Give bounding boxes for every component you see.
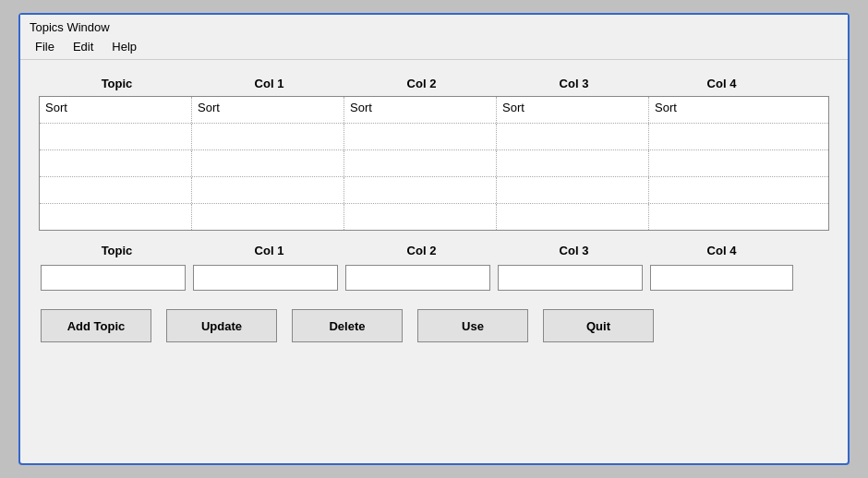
table-row[interactable] [40,150,828,177]
row2-topic [40,150,192,176]
row1-col4 [649,124,792,149]
row2-col3 [497,150,649,176]
menu-edit[interactable]: Edit [64,38,102,55]
content-area: Topic Col 1 Col 2 Col 3 Col 4 Sort Sort … [20,60,848,463]
table-row[interactable]: Sort Sort Sort Sort Sort [40,97,828,124]
row4-col2 [344,204,497,230]
table-row[interactable] [40,204,828,230]
row0-col2: Sort [344,97,497,123]
row4-col3 [497,204,649,230]
row3-col1 [192,177,344,203]
col1-input[interactable] [193,265,338,291]
delete-button[interactable]: Delete [292,309,403,342]
title-bar: Topics Window [20,15,848,36]
row3-col2 [344,177,497,203]
row3-col3 [497,177,649,203]
table-row[interactable] [40,124,828,150]
row3-col4 [649,177,792,203]
row2-col2 [344,150,497,176]
table-header-col2: Col 2 [345,75,498,92]
col3-input[interactable] [498,265,643,291]
buttons-section: Add Topic Update Delete Use Quit [39,302,829,346]
form-header-col3: Col 3 [498,242,650,259]
update-button[interactable]: Update [166,309,277,342]
row4-col1 [192,204,344,230]
row1-col2 [344,124,497,149]
quit-button[interactable]: Quit [543,309,654,342]
table-row[interactable] [40,177,828,204]
table-section: Topic Col 1 Col 2 Col 3 Col 4 Sort Sort … [39,75,829,231]
row0-topic: Sort [40,97,192,123]
form-header-col1: Col 1 [193,242,345,259]
add-topic-button[interactable]: Add Topic [41,309,151,342]
col4-input[interactable] [650,265,793,291]
form-col-headers: Topic Col 1 Col 2 Col 3 Col 4 [39,242,829,259]
row4-col4 [649,204,792,230]
form-header-col4: Col 4 [650,242,793,259]
form-header-topic: Topic [41,242,193,259]
menu-bar: File Edit Help [20,36,848,60]
use-button[interactable]: Use [417,309,528,342]
form-section: Topic Col 1 Col 2 Col 3 Col 4 [39,242,829,291]
data-table: Sort Sort Sort Sort Sort [39,96,829,231]
form-header-col2: Col 2 [345,242,498,259]
row0-col3: Sort [497,97,649,123]
row1-col1 [192,124,344,149]
topic-input[interactable] [41,265,186,291]
row1-col3 [497,124,649,149]
table-header-col1: Col 1 [193,75,345,92]
table-header-col3: Col 3 [498,75,650,92]
row2-col4 [649,150,792,176]
window-title: Topics Window [30,20,110,34]
main-window: Topics Window File Edit Help Topic Col 1… [18,13,850,465]
col2-input[interactable] [345,265,490,291]
row0-col1: Sort [192,97,344,123]
table-header-col4: Col 4 [650,75,793,92]
row1-topic [40,124,192,149]
menu-file[interactable]: File [26,38,64,55]
table-col-headers: Topic Col 1 Col 2 Col 3 Col 4 [39,75,829,92]
row4-topic [40,204,192,230]
row3-topic [40,177,192,203]
table-header-topic: Topic [41,75,193,92]
form-inputs-row [39,265,829,291]
row2-col1 [192,150,344,176]
menu-help[interactable]: Help [102,38,146,55]
row0-col4: Sort [649,97,792,123]
